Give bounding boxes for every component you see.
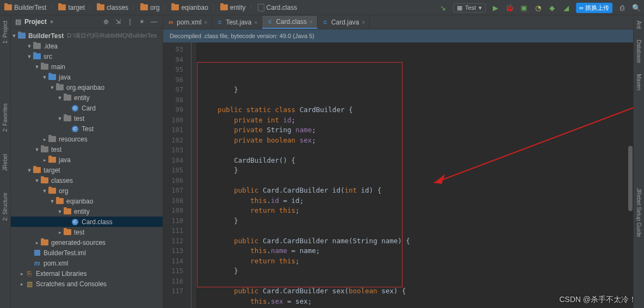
tree-item[interactable]: ▸⎘External Libraries	[11, 268, 163, 279]
breadcrumb-item[interactable]: BuilderTest	[4, 4, 46, 11]
breadcrumb-item[interactable]: entity	[220, 4, 246, 11]
breadcrumb-item[interactable]: classes	[97, 4, 128, 11]
editor-tab[interactable]: CCard.java×	[318, 16, 370, 29]
collapse-icon[interactable]: ∣	[126, 18, 134, 26]
tool-database[interactable]: Database	[636, 40, 642, 63]
coverage-icon[interactable]: ▣	[519, 3, 528, 12]
tree-item[interactable]: ▸resources	[11, 134, 163, 144]
close-icon[interactable]: ×	[309, 19, 313, 25]
tree-item[interactable]: CCard.class	[11, 217, 163, 227]
tree-item[interactable]: ▸java	[11, 155, 163, 165]
breadcrumb-item[interactable]: Card.class	[258, 4, 298, 11]
search-icon[interactable]: 🔍	[632, 3, 641, 12]
tree-item[interactable]: ▼entity	[11, 206, 163, 217]
tree-item[interactable]: ▼target	[11, 165, 163, 175]
breadcrumb-bar: BuilderTest〉target〉classes〉org〉eqianbao〉…	[0, 0, 644, 15]
tool-structure[interactable]: 2: Structure	[2, 193, 8, 221]
tree-item[interactable]: CCard	[11, 103, 163, 113]
hide-icon[interactable]: —	[150, 18, 158, 26]
build-icon[interactable]: ↘	[439, 3, 448, 12]
tree-root[interactable]: ▼BuilderTestD:\项目代码\RabbitMQ\BuilderTes	[11, 30, 163, 41]
tool-ant[interactable]: Ant	[636, 21, 642, 29]
code-content[interactable]: } public static class CardBuilder { priv…	[196, 42, 633, 308]
tree-item[interactable]: ▼org	[11, 186, 163, 196]
breadcrumb-item[interactable]: target	[58, 4, 85, 11]
project-title: Project	[24, 18, 47, 26]
project-tree[interactable]: ▼BuilderTestD:\项目代码\RabbitMQ\BuilderTes▼…	[11, 28, 163, 308]
tree-item[interactable]: ▼src	[11, 51, 163, 61]
left-tool-strip: 1: Project 2: Favorites JRebel 2: Struct…	[0, 15, 11, 308]
git-icon[interactable]: ⎙	[618, 3, 627, 12]
editor-tab[interactable]: CTest.java×	[212, 16, 262, 29]
gutter: 9394959697989910010110210310410510610710…	[163, 42, 187, 308]
tree-item[interactable]: BuilderTest.iml	[11, 248, 163, 258]
tool-jrebel-setup[interactable]: JRebel Setup Guide	[636, 188, 642, 237]
tool-favorites[interactable]: 2: Favorites	[2, 103, 8, 132]
tree-item[interactable]: ▼.idea	[11, 41, 163, 51]
locate-icon[interactable]: ⊕	[102, 18, 110, 26]
tree-item[interactable]: ▼org.eqianbao	[11, 82, 163, 93]
tree-item[interactable]: CTest	[11, 124, 163, 134]
run-config[interactable]: ▦ Test ▾	[453, 3, 486, 13]
debug-icon[interactable]: 🐞	[505, 3, 514, 12]
tree-item[interactable]: ▼entity	[11, 93, 163, 103]
tool-maven[interactable]: Maven	[636, 74, 642, 90]
upload-button[interactable]: ∞ 抓换上传	[576, 3, 612, 13]
profile-icon[interactable]: ◔	[534, 3, 542, 12]
editor-tab[interactable]: CCard.class×	[262, 16, 318, 29]
close-icon[interactable]: ×	[204, 20, 207, 26]
editor-tabs: mpom.xml×CTest.java×CCard.class×CCard.ja…	[163, 15, 633, 29]
project-panel: ▤Project▾ ⊕ ⇲ ∣ ✴ — ▼BuilderTestD:\项目代码\…	[11, 15, 163, 308]
right-tool-strip: Ant Database Maven JRebel Setup Guide	[633, 15, 644, 308]
run-icon[interactable]: ▶	[491, 3, 500, 12]
expand-icon[interactable]: ⇲	[114, 18, 122, 26]
code-view[interactable]: 9394959697989910010110210310410510610710…	[163, 42, 633, 308]
breadcrumb-item[interactable]: org	[140, 4, 159, 11]
tree-item[interactable]: ▼test	[11, 113, 163, 124]
tree-item[interactable]: mpom.xml	[11, 258, 163, 268]
scrollbar-thumb[interactable]	[628, 146, 633, 211]
tree-item[interactable]: ▸generated-sources	[11, 237, 163, 248]
fold-column[interactable]	[187, 42, 196, 308]
gear-icon[interactable]: ✴	[138, 18, 146, 26]
stop-icon[interactable]: ◆	[548, 3, 556, 12]
close-icon[interactable]: ×	[255, 20, 258, 26]
tree-item[interactable]: ▼test	[11, 144, 163, 155]
tree-item[interactable]: ▼main	[11, 61, 163, 72]
tree-item[interactable]: ▼eqianbao	[11, 196, 163, 206]
editor-area: mpom.xml×CTest.java×CCard.class×CCard.ja…	[163, 15, 633, 308]
rocket-icon[interactable]: ◢	[562, 3, 571, 12]
decompiled-banner: Decompiled .class file, bytecode version…	[163, 29, 633, 42]
project-header: ▤Project▾ ⊕ ⇲ ∣ ✴ —	[11, 15, 163, 28]
toolbar-right: ↘ ▦ Test ▾ ▶ 🐞 ▣ ◔ ◆ ◢ ∞ 抓换上传 ⎙ 🔍	[439, 0, 641, 15]
close-icon[interactable]: ×	[362, 20, 365, 26]
tree-item[interactable]: ▼java	[11, 72, 163, 82]
breadcrumb-item[interactable]: eqianbao	[171, 4, 208, 11]
tool-jrebel[interactable]: JRebel	[2, 154, 8, 171]
tree-item[interactable]: ▸▥Scratches and Consoles	[11, 279, 163, 289]
tree-item[interactable]: ▸test	[11, 227, 163, 237]
tool-project[interactable]: 1: Project	[2, 21, 8, 44]
tree-item[interactable]: ▼classes	[11, 175, 163, 186]
breadcrumb[interactable]: BuilderTest〉target〉classes〉org〉eqianbao〉…	[4, 3, 298, 12]
editor-tab[interactable]: mpom.xml×	[163, 16, 212, 29]
